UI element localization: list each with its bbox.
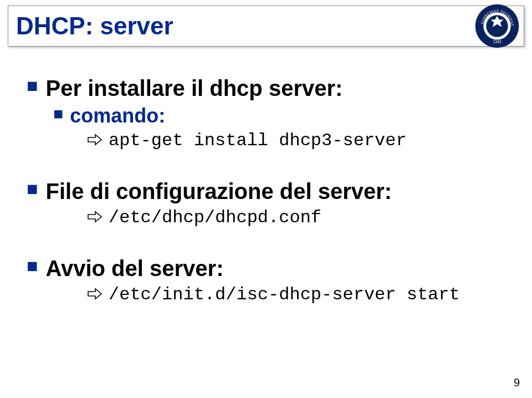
title-bar: DHCP: server: [8, 6, 524, 47]
spacer: [27, 151, 503, 170]
code-text: /etc/init.d/isc-dhcp-server start: [109, 284, 460, 305]
slide: DHCP: server IN SUPREMAE DIGNITATIS 1343…: [0, 0, 532, 398]
bullet-text: File di configurazione del server:: [46, 178, 392, 204]
spacer: [27, 228, 503, 247]
arrow-right-icon: [88, 211, 102, 225]
slide-title: DHCP: server: [16, 12, 173, 40]
bullet-text: Per installare il dhcp server:: [46, 75, 343, 101]
bullet-install: ■ Per installare il dhcp server:: [27, 75, 503, 101]
arrow-right-icon: [88, 288, 102, 302]
university-seal-logo: IN SUPREMAE DIGNITATIS 1343: [474, 3, 520, 49]
square-bullet-icon: ■: [27, 75, 38, 96]
bullet-comando: ■ comando:: [53, 104, 503, 127]
arrow-right-icon: [88, 134, 102, 148]
code-text: apt-get install dhcp3-server: [109, 130, 407, 151]
bullet-avvio: ■ Avvio del server:: [27, 256, 503, 281]
svg-text:1343: 1343: [493, 39, 502, 44]
bullet-initd: /etc/init.d/isc-dhcp-server start: [88, 284, 503, 305]
square-bullet-icon: ■: [27, 178, 38, 199]
bullet-dhcpd-conf: /etc/dhcp/dhcpd.conf: [88, 207, 503, 228]
bullet-apt-get: apt-get install dhcp3-server: [88, 130, 503, 151]
bullet-config-file: ■ File di configurazione del server:: [27, 178, 503, 204]
square-bullet-icon: ■: [53, 104, 63, 123]
page-number: 9: [514, 376, 520, 389]
code-text: /etc/dhcp/dhcpd.conf: [109, 207, 321, 228]
slide-content: ■ Per installare il dhcp server: ■ coman…: [27, 67, 503, 305]
bullet-text: comando:: [70, 104, 165, 127]
bullet-text: Avvio del server:: [46, 256, 224, 281]
square-bullet-icon: ■: [27, 256, 38, 276]
